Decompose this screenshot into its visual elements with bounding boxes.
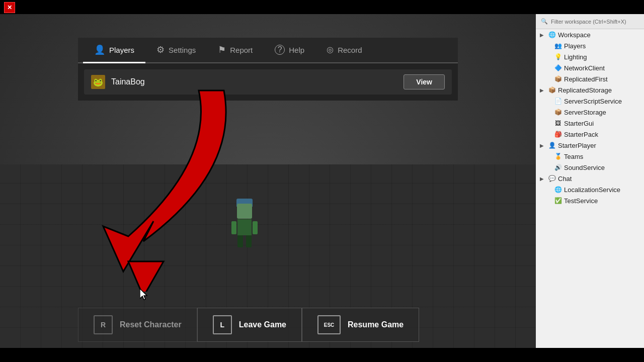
tree-arrow-replicatedstorage: ▶ [540,87,546,93]
sidebar-item-soundservice[interactable]: 🔊SoundService [536,162,644,173]
tree-label-chat: Chat [558,175,572,183]
tree-label-workspace: Workspace [558,31,591,39]
tab-settings-label: Settings [169,46,196,54]
player-avatar: 🐸 [91,75,105,89]
menu-panel: 👤 Players ⚙ Settings ⚑ Report ? Help ◎ R… [78,38,458,101]
leave-game-button[interactable]: L Leave Game [197,308,302,342]
sidebar-item-serverscriptservice[interactable]: 📄ServerScriptService [536,96,644,107]
resume-key-badge: ESC [317,315,341,334]
tree-arrow-starterplayer: ▶ [540,143,546,148]
tree-label-testservice: TestService [564,197,598,205]
filter-label: Filter workspace (Ctrl+Shift+X) [551,19,626,25]
tree-icon-starterpack: 🎒 [554,130,562,138]
tree-label-starterpack: StarterPack [564,131,598,138]
tree-label-replicatedfirst: ReplicatedFirst [564,75,608,83]
close-button[interactable]: ✕ [4,2,15,13]
sidebar-item-workspace[interactable]: ▶🌐Workspace [536,29,644,40]
tree-icon-workspace: 🌐 [548,31,556,39]
tab-bar: 👤 Players ⚙ Settings ⚑ Report ? Help ◎ R… [78,38,458,63]
sidebar-item-networkclient[interactable]: 🔷NetworkClient [536,62,644,73]
sidebar-item-teams[interactable]: 🏅Teams [536,151,644,162]
tree-arrow-chat: ▶ [540,176,546,182]
tab-help[interactable]: ? Help [264,38,315,63]
player-name: TainaBog [111,77,397,86]
sidebar-item-starterplayer[interactable]: ▶👤StarterPlayer [536,140,644,151]
tree-icon-chat: 💬 [548,174,556,183]
tree-label-localizationservice: LocalizationService [564,186,620,194]
tree-container: ▶🌐Workspace👥Players💡Lighting🔷NetworkClie… [536,29,644,348]
tab-players[interactable]: 👤 Players [83,38,145,63]
char-arm-right [253,221,258,234]
char-arms [231,221,258,234]
filter-bar: 🔍 Filter workspace (Ctrl+Shift+X) [536,14,644,29]
tab-help-label: Help [289,46,304,54]
leave-key-badge: L [213,315,232,334]
record-tab-icon: ◎ [327,46,334,54]
tree-label-starterplayer: StarterPlayer [558,142,596,149]
reset-key-badge: R [94,315,113,334]
players-list: 🐸 TainaBog View [78,63,458,101]
player-row: 🐸 TainaBog View [84,69,452,95]
tree-icon-testservice: ✅ [554,197,562,205]
tree-icon-replicatedstorage: 📦 [548,86,556,94]
filter-icon: 🔍 [541,18,548,25]
tab-settings[interactable]: ⚙ Settings [145,38,207,63]
tree-label-teams: Teams [564,153,583,160]
tree-icon-networkclient: 🔷 [554,64,562,72]
tab-report-label: Report [230,46,253,54]
tree-label-serverscriptservice: ServerScriptService [564,98,622,105]
sidebar-item-serverstorage[interactable]: 📦ServerStorage [536,107,644,118]
reset-character-button[interactable]: R Reset Character [78,308,197,342]
char-head [237,204,252,219]
resume-label: Resume Game [348,320,404,329]
tree-icon-replicatedfirst: 📦 [554,75,562,83]
tree-icon-startergui: 🖼 [554,119,562,127]
tab-record[interactable]: ◎ Record [315,38,373,63]
tree-icon-localizationservice: 🌐 [554,186,562,194]
sidebar-item-startergui[interactable]: 🖼StarterGui [536,118,644,129]
view-button[interactable]: View [404,74,445,89]
tree-label-players: Players [564,42,586,50]
sidebar-item-replicatedfirst[interactable]: 📦ReplicatedFirst [536,73,644,84]
sidebar-item-players[interactable]: 👥Players [536,40,644,51]
tree-icon-starterplayer: 👤 [548,141,556,149]
tree-label-startergui: StarterGui [564,120,594,127]
char-arm-left [231,221,236,234]
players-tab-icon: 👤 [94,45,105,54]
tree-label-lighting: Lighting [564,53,587,61]
tree-icon-soundservice: 🔊 [554,163,562,171]
sidebar-item-lighting[interactable]: 💡Lighting [536,51,644,62]
sidebar-item-testservice[interactable]: ✅TestService [536,195,644,206]
report-tab-icon: ⚑ [218,45,226,54]
tab-report[interactable]: ⚑ Report [207,38,264,63]
tree-label-serverstorage: ServerStorage [564,109,606,116]
help-tab-icon: ? [275,45,285,55]
sidebar-item-replicatedstorage[interactable]: ▶📦ReplicatedStorage [536,84,644,96]
leave-label: Leave Game [239,320,286,329]
tree-label-networkclient: NetworkClient [564,64,605,72]
top-bar [0,0,644,14]
resume-game-button[interactable]: ESC Resume Game [302,308,419,342]
tree-icon-teams: 🏅 [554,152,562,160]
tree-label-soundservice: SoundService [564,164,605,171]
sidebar-item-localizationservice[interactable]: 🌐LocalizationService [536,184,644,195]
tree-arrow-workspace: ▶ [540,32,546,38]
reset-label: Reset Character [120,320,182,329]
tree-icon-players: 👥 [554,42,562,50]
tree-label-replicatedstorage: ReplicatedStorage [558,86,612,94]
tree-icon-lighting: 💡 [554,53,562,61]
settings-tab-icon: ⚙ [156,45,165,54]
tree-icon-serverstorage: 📦 [554,108,562,116]
char-leg-left [237,235,243,247]
bottom-buttons: R Reset Character L Leave Game ESC Resum… [78,308,419,342]
sidebar-item-chat[interactable]: ▶💬Chat [536,173,644,184]
char-legs [237,235,252,247]
right-panel: 🔍 Filter workspace (Ctrl+Shift+X) ▶🌐Work… [536,14,644,348]
tree-icon-serverscriptservice: 📄 [554,97,562,105]
sidebar-item-starterpack[interactable]: 🎒StarterPack [536,129,644,140]
player-character [231,204,258,247]
tab-players-label: Players [109,46,134,54]
char-leg-right [246,235,252,247]
tab-record-label: Record [338,46,362,54]
bottom-bar [0,348,644,362]
